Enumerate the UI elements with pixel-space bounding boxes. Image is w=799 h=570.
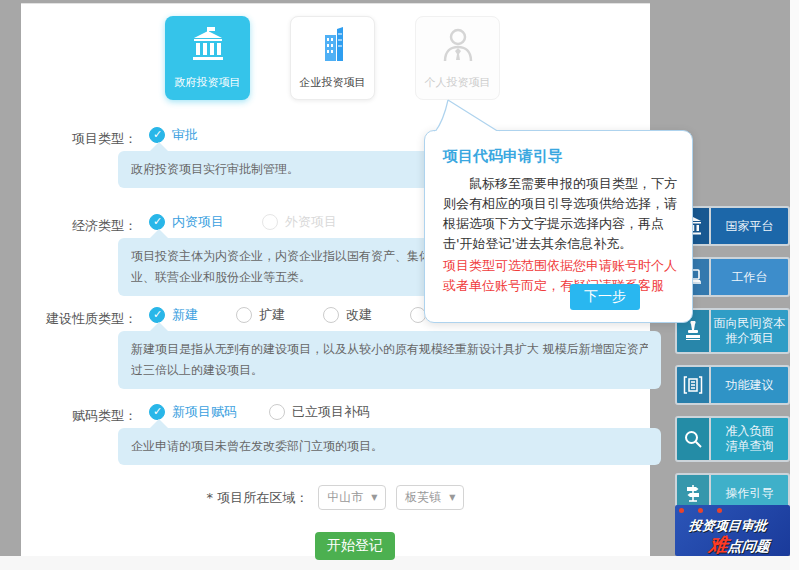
start-register-button[interactable]: 开始登记 [315,532,395,560]
card-personal-investment[interactable]: 个人投资项目 [415,16,500,100]
field-label-coding-type: 赋码类型： [31,407,137,425]
sidebar-item-feature-suggestion[interactable]: 功能建议 [675,365,790,405]
sidebar-item-negative-list-search[interactable]: 准入负面 清单查询 [675,416,790,462]
chevron-down-icon: ▼ [449,493,455,502]
region-label: * 项目所在区域： [207,489,309,507]
radio-unchecked-icon [269,404,285,420]
banner-logo-dots [679,508,722,513]
radio-checked-icon [149,404,165,420]
card-label: 个人投资项目 [425,75,491,90]
field-label-project-type: 项目类型： [31,130,137,148]
card-label: 企业投资项目 [300,75,366,90]
card-label: 政府投资项目 [175,75,241,90]
page-footer-strip [0,556,790,570]
project-type-cards: 政府投资项目 企业投资项目 个人投资项目 [165,16,500,100]
radio-unchecked-icon [236,307,252,323]
tip-coding-type: 企业申请的项目未曾在发改委部门立项的项目。 [118,428,661,465]
tooltip-tail [433,98,505,133]
chevron-down-icon: ▼ [371,493,377,502]
promo-banner[interactable]: 投资项目审批 难点问题 [675,505,790,556]
card-government-investment[interactable]: 政府投资项目 [165,16,250,100]
tooltip-body: 鼠标移至需要申报的项目类型，下方则会有相应的项目引导选项供给选择，请根据选项下方… [443,174,678,254]
field-label-construction-type: 建设性质类型： [31,310,137,328]
radio-checked-icon [149,127,165,143]
card-enterprise-investment[interactable]: 企业投资项目 [290,16,375,100]
window-edge-strip [790,0,799,570]
field-label-economy-type: 经济类型： [31,217,137,235]
radio-unchecked-icon [323,307,339,323]
radio-option-foreign[interactable]: 外资项目 [262,213,337,231]
town-select[interactable]: 板芙镇 ▼ [396,485,464,510]
radio-option-expand[interactable]: 扩建 [236,306,285,324]
tooltip-title: 项目代码申请引导 [443,147,678,166]
radio-unchecked-icon [262,214,278,230]
buildings-icon [313,27,353,67]
tooltip-warning: 项目类型可选范围依据您申请账号时个人或者单位账号而定，有疑问请联系客服 [443,256,678,296]
building-icon [677,367,711,403]
city-select[interactable]: 中山市 ▼ [318,485,386,510]
person-icon [438,27,478,67]
radio-checked-icon [149,307,165,323]
bank-icon [188,27,228,67]
radio-option-existing-project-code[interactable]: 已立项目补码 [269,403,370,421]
radio-checked-icon [149,214,165,230]
radio-option-rebuild[interactable]: 改建 [323,306,372,324]
tip-construction-type: 新建项目是指从无到有的建设项目，以及从较小的原有规模经重新设计具扩大 规模后新增… [118,331,661,389]
guide-tooltip: 项目代码申请引导 鼠标移至需要申报的项目类型，下方则会有相应的项目引导选项供给选… [424,130,693,323]
search-icon [677,418,711,460]
banner-line2: 难点问题 [708,532,772,556]
next-step-button[interactable]: 下一步 [570,284,640,310]
